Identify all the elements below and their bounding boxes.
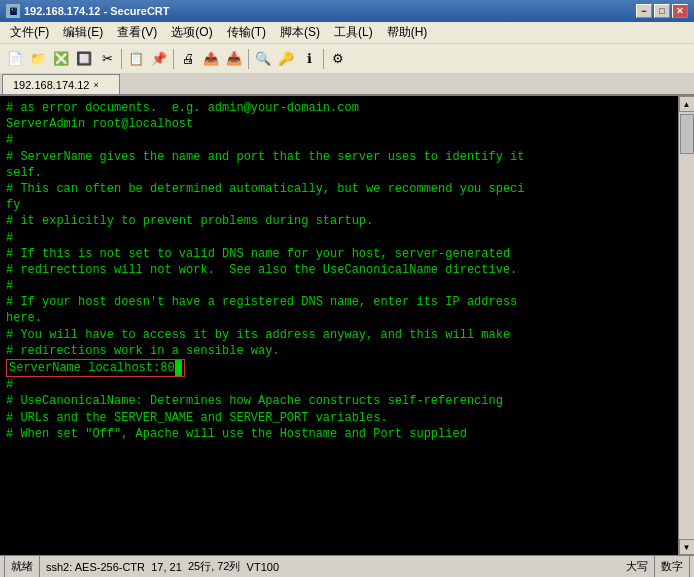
menu-tools[interactable]: 工具(L)	[328, 22, 379, 43]
scroll-up-arrow[interactable]: ▲	[679, 96, 695, 112]
toolbar-close[interactable]: ❎	[50, 48, 72, 70]
scroll-down-arrow[interactable]: ▼	[679, 539, 695, 555]
toolbar-paste[interactable]: 📌	[148, 48, 170, 70]
toolbar-open[interactable]: 📁	[27, 48, 49, 70]
toolbar-search[interactable]: 🔍	[252, 48, 274, 70]
toolbar-sep3	[248, 49, 249, 69]
status-bar: 就绪 ssh2: AES-256-CTR 17, 21 25行, 72列 VT1…	[0, 555, 694, 577]
vertical-scrollbar[interactable]: ▲ ▼	[678, 96, 694, 555]
tab-close-icon[interactable]: ×	[93, 80, 98, 90]
app-icon: 🖥	[6, 4, 20, 18]
toolbar-sep1	[121, 49, 122, 69]
title-bar: 🖥 192.168.174.12 - SecureCRT − □ ✕	[0, 0, 694, 22]
menu-file[interactable]: 文件(F)	[4, 22, 55, 43]
status-position: 17, 21	[151, 561, 182, 573]
maximize-button[interactable]: □	[654, 4, 670, 18]
toolbar-sep4	[323, 49, 324, 69]
menu-script[interactable]: 脚本(S)	[274, 22, 326, 43]
status-ready-text: 就绪	[11, 559, 33, 574]
toolbar-cut[interactable]: ✂	[96, 48, 118, 70]
toolbar-info[interactable]: ℹ	[298, 48, 320, 70]
minimize-button[interactable]: −	[636, 4, 652, 18]
toolbar-print[interactable]: 🖨	[177, 48, 199, 70]
toolbar-recv[interactable]: 📥	[223, 48, 245, 70]
terminal-wrapper: # as error documents. e.g. admin@your-do…	[0, 96, 694, 555]
toolbar-sep2	[173, 49, 174, 69]
status-numlock: 数字	[655, 556, 690, 577]
menu-bar: 文件(F) 编辑(E) 查看(V) 选项(O) 传输(T) 脚本(S) 工具(L…	[0, 22, 694, 44]
status-capslock: 大写	[620, 556, 655, 577]
toolbar-settings[interactable]: ⚙	[327, 48, 349, 70]
toolbar-send[interactable]: 📤	[200, 48, 222, 70]
status-main: ssh2: AES-256-CTR 17, 21 25行, 72列 VT100	[40, 559, 620, 574]
close-button[interactable]: ✕	[672, 4, 688, 18]
window-title: 192.168.174.12 - SecureCRT	[24, 5, 170, 17]
menu-options[interactable]: 选项(O)	[165, 22, 218, 43]
toolbar-btn4[interactable]: 🔲	[73, 48, 95, 70]
status-numlock-text: 数字	[661, 559, 683, 574]
status-ready: 就绪	[4, 556, 40, 577]
terminal-content[interactable]: # as error documents. e.g. admin@your-do…	[0, 96, 678, 555]
window-controls: − □ ✕	[636, 4, 688, 18]
menu-transfer[interactable]: 传输(T)	[221, 22, 272, 43]
menu-view[interactable]: 查看(V)	[111, 22, 163, 43]
toolbar-copy[interactable]: 📋	[125, 48, 147, 70]
toolbar: 📄 📁 ❎ 🔲 ✂ 📋 📌 🖨 📤 📥 🔍 🔑 ℹ ⚙	[0, 44, 694, 74]
session-tab[interactable]: 192.168.174.12 ×	[2, 74, 120, 94]
status-capslock-text: 大写	[626, 559, 648, 574]
menu-help[interactable]: 帮助(H)	[381, 22, 434, 43]
scroll-thumb[interactable]	[680, 114, 694, 154]
status-encryption: ssh2: AES-256-CTR	[46, 561, 145, 573]
status-terminal: VT100	[247, 561, 279, 573]
tab-bar: 192.168.174.12 ×	[0, 74, 694, 96]
status-lines: 25行, 72列	[188, 559, 241, 574]
tab-label: 192.168.174.12	[13, 79, 89, 91]
menu-edit[interactable]: 编辑(E)	[57, 22, 109, 43]
toolbar-new[interactable]: 📄	[4, 48, 26, 70]
toolbar-key[interactable]: 🔑	[275, 48, 297, 70]
